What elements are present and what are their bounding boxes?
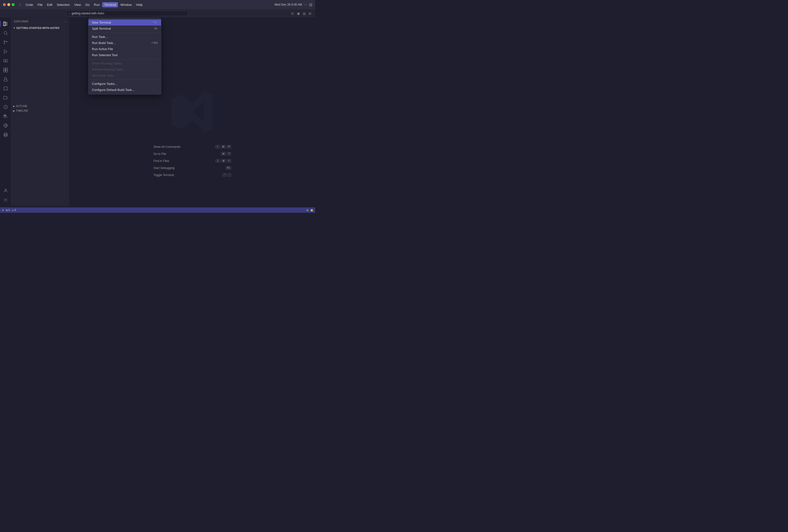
activity-git-icon[interactable] <box>1 38 10 46</box>
svg-point-17 <box>4 133 7 134</box>
activity-db-icon[interactable] <box>1 131 10 139</box>
key-t: T <box>227 152 231 156</box>
menu-item-edit[interactable]: Edit <box>45 2 54 7</box>
statusbar-close-icon[interactable]: ✕ <box>2 209 4 212</box>
key-cmd3: ⌘ <box>221 159 226 163</box>
activity-globe-icon[interactable] <box>1 121 10 130</box>
new-file-icon[interactable]: ··· <box>63 20 66 23</box>
titlebar-display-icon[interactable]: ⊟ <box>309 2 312 7</box>
folder-name: GETTING-STARTED-WITH-ASTRO <box>16 26 60 29</box>
layout-icon-3[interactable]: ▤ <box>302 11 307 16</box>
run-active-file-label: Run Active File <box>92 47 113 51</box>
svg-rect-10 <box>5 70 7 72</box>
welcome-shortcuts: Show All Commands ⇧ ⌘ P Go to File ⌘ T F… <box>154 145 231 177</box>
terminal-dropdown-menu: New Terminal ⌃⇧` Split Terminal ⌘\ Run T… <box>88 18 161 95</box>
new-terminal-shortcut: ⌃⇧` <box>152 21 158 24</box>
outline-section[interactable]: ▶ Outline <box>11 104 69 109</box>
statusbar-warnings[interactable]: ⚠ 0 <box>12 209 16 212</box>
menu-item-configure-default-build[interactable]: Configure Default Build Task... <box>88 87 161 93</box>
menu-item-window[interactable]: Window <box>118 2 134 7</box>
activity-remote-icon[interactable] <box>1 57 10 65</box>
split-terminal-label: Split Terminal <box>92 27 111 31</box>
menu-item-run-build-task[interactable]: Run Build Task... ⇧⌘B <box>88 40 161 46</box>
menu-item-code[interactable]: Code <box>24 2 35 7</box>
statusbar-right: ⊟ 🔔 <box>307 209 313 212</box>
statusbar-layout-icon[interactable]: ⊟ <box>307 209 309 212</box>
statusbar-errors[interactable]: ⊗ 0 <box>6 209 10 212</box>
restart-running-task-label: Restart Running Task... <box>92 67 125 71</box>
key-cmd: ⌘ <box>221 145 226 149</box>
search-icon: ⌕ <box>68 12 70 15</box>
shortcut-go-to-file: Go to File ⌘ T <box>154 152 231 156</box>
shortcut-label-file: Go to File <box>154 152 166 156</box>
toolbar: ⌕ getting-started-with-Astro ⊟ ▣ ▤ ⊞ <box>0 9 315 18</box>
shortcut-label-debug: Start Debugging <box>154 166 175 170</box>
menu-item-run-selected-text[interactable]: Run Selected Text <box>88 52 161 58</box>
sidebar-bottom: ▶ Outline ▶ Timeline <box>11 103 69 113</box>
titlebar-dots-icon[interactable]: ··· <box>304 2 307 7</box>
activity-debug-icon[interactable] <box>1 47 10 56</box>
menu-item-new-terminal[interactable]: New Terminal ⌃⇧` <box>88 19 161 25</box>
folder-item[interactable]: ▼ GETTING-STARTED-WITH-ASTRO <box>11 26 69 30</box>
timeline-chevron-icon: ▶ <box>13 110 15 112</box>
menu-item-configure-tasks[interactable]: Configure Tasks... <box>88 81 161 87</box>
svg-point-19 <box>5 199 6 201</box>
activity-flask-icon[interactable] <box>1 75 10 83</box>
minimize-button[interactable] <box>7 3 10 6</box>
activity-account-icon[interactable] <box>1 186 10 195</box>
activity-docker-icon[interactable] <box>1 112 10 120</box>
svg-point-3 <box>4 43 5 44</box>
folder-section: ▼ GETTING-STARTED-WITH-ASTRO <box>11 25 69 31</box>
shortcut-label-find: Find in Files <box>154 159 169 163</box>
activity-extensions-icon[interactable] <box>1 66 10 74</box>
explorer-title: Explorer <box>14 20 28 23</box>
shortcut-label-commands: Show All Commands <box>154 145 180 149</box>
terminate-task-label: Terminate Task... <box>92 74 116 77</box>
key-f: F <box>227 159 231 163</box>
terminal-menu-section-2: Run Task... Run Build Task... ⇧⌘B Run Ac… <box>88 33 161 59</box>
activity-search-icon[interactable] <box>1 29 10 37</box>
activity-settings-icon[interactable] <box>1 196 10 204</box>
menu-item-selection[interactable]: Selection <box>55 2 72 7</box>
folder-chevron-icon: ▼ <box>13 27 15 29</box>
close-button[interactable] <box>3 3 6 6</box>
activity-folder-icon[interactable] <box>1 94 10 102</box>
activity-bookmark-icon[interactable] <box>1 84 10 93</box>
svg-rect-9 <box>3 70 5 72</box>
menu-item-run[interactable]: Run <box>92 2 102 7</box>
titlebar-datetime: Wed Dec 28 9:36 AM <box>274 3 302 6</box>
svg-rect-12 <box>3 116 4 116</box>
explorer-sidebar: Explorer ··· ▼ GETTING-STARTED-WITH-ASTR… <box>11 18 70 206</box>
menu-item-split-terminal[interactable]: Split Terminal ⌘\ <box>88 25 161 32</box>
svg-marker-5 <box>4 50 7 54</box>
search-bar[interactable]: ⌕ getting-started-with-Astro <box>66 11 188 16</box>
menu-item-run-task[interactable]: Run Task... <box>88 34 161 40</box>
menu-item-go[interactable]: Go <box>83 2 92 7</box>
maximize-button[interactable] <box>12 3 15 6</box>
menu-item-view[interactable]: View <box>72 2 83 7</box>
key-p: P <box>227 145 231 149</box>
shortcut-keys-terminal: ⌃ ` <box>222 173 231 177</box>
activity-explorer-icon[interactable] <box>1 20 10 28</box>
shortcut-debug: Start Debugging F5 <box>154 166 231 170</box>
shortcut-keys-commands: ⇧ ⌘ P <box>215 145 231 149</box>
key-shift2: ⇧ <box>215 159 220 163</box>
layout-icon-4[interactable]: ⊞ <box>308 11 312 16</box>
menu-bar: Code File Edit Selection View Go Run Ter… <box>24 2 144 7</box>
layout-icon-1[interactable]: ⊟ <box>290 11 295 16</box>
shortcut-label-terminal: Toggle Terminal <box>154 173 174 177</box>
svg-rect-13 <box>4 116 5 116</box>
terminal-menu-section-1: New Terminal ⌃⇧` Split Terminal ⌘\ <box>88 19 161 32</box>
menu-item-help[interactable]: Help <box>134 2 145 7</box>
menu-item-terminal[interactable]: Terminal <box>102 2 118 7</box>
run-task-label: Run Task... <box>92 35 108 39</box>
outline-chevron-icon: ▶ <box>13 105 15 107</box>
statusbar-notification-icon[interactable]: 🔔 <box>310 209 313 212</box>
titlebar:  Code File Edit Selection View Go Run T… <box>0 0 315 9</box>
menu-item-file[interactable]: File <box>36 2 44 7</box>
sidebar-header: Explorer ··· <box>11 18 69 25</box>
activity-clock-icon[interactable] <box>1 103 10 111</box>
layout-icon-2[interactable]: ▣ <box>296 11 301 16</box>
menu-item-run-active-file[interactable]: Run Active File <box>88 46 161 52</box>
timeline-section[interactable]: ▶ Timeline <box>11 109 69 113</box>
